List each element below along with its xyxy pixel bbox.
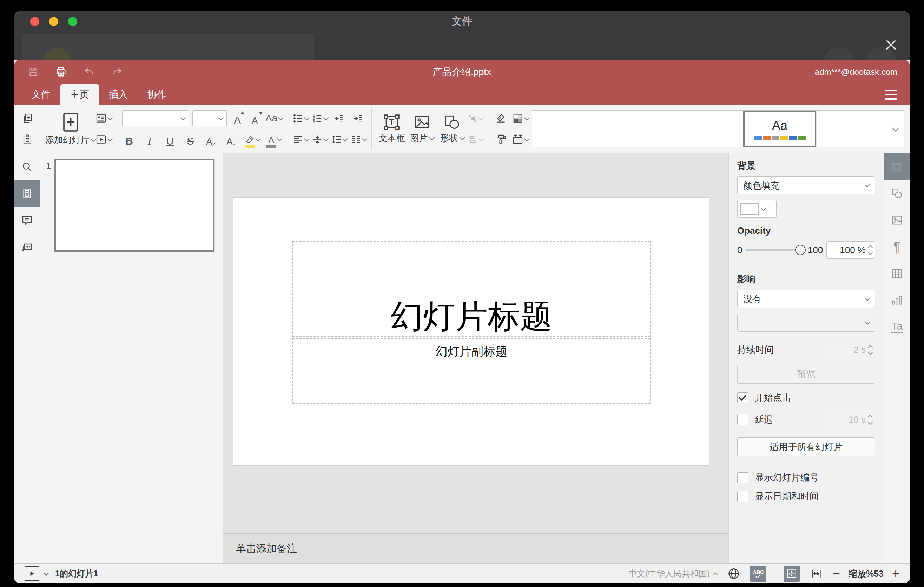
subscript-button[interactable]: A2 — [224, 130, 238, 148]
subtitle-placeholder[interactable]: 幻灯片副标题 — [292, 338, 650, 404]
tab-insert[interactable]: 插入 — [99, 84, 138, 105]
background-color-picker[interactable] — [737, 200, 777, 218]
fit-to-width-button[interactable] — [808, 566, 824, 582]
slide-canvas[interactable]: 幻灯片标题 幻灯片副标题 — [223, 153, 728, 533]
slide[interactable]: 幻灯片标题 幻灯片副标题 — [233, 198, 709, 465]
color-scheme-button[interactable] — [512, 110, 529, 127]
tab-home[interactable]: 主页 — [60, 84, 99, 105]
screen: 文件 — [0, 0, 924, 587]
copy-button[interactable] — [20, 110, 35, 127]
close-icon[interactable] — [883, 37, 899, 53]
shape-settings-icon[interactable] — [884, 180, 910, 207]
language-selector[interactable]: 中文(中华人民共和国) — [629, 568, 717, 579]
spin-down-icon[interactable] — [868, 250, 873, 255]
align-shape-button[interactable] — [467, 131, 483, 148]
notes-area[interactable]: 单击添加备注 — [223, 533, 728, 564]
decrease-font-icon[interactable]: A — [248, 109, 262, 127]
zoom-in-button[interactable]: + — [892, 567, 899, 580]
slide-size-button[interactable] — [512, 131, 529, 148]
preview-options-icon[interactable] — [43, 570, 49, 576]
underline-button[interactable]: U — [163, 130, 177, 148]
theme-cell[interactable] — [532, 110, 602, 147]
ribbon-divider — [371, 108, 372, 150]
decrease-indent-button[interactable] — [332, 110, 347, 127]
slide-thumbnail[interactable] — [54, 159, 214, 252]
delay-value: 10 s — [848, 414, 866, 425]
horizontal-align-button[interactable] — [293, 131, 309, 148]
format-painter-button[interactable] — [493, 131, 509, 148]
increase-font-icon[interactable]: A — [230, 109, 244, 127]
columns-button[interactable] — [351, 131, 366, 148]
preview-button[interactable]: 预览 — [737, 365, 875, 384]
effect-variant-select[interactable] — [737, 313, 875, 332]
delay-checkbox[interactable]: 延迟 — [737, 414, 773, 426]
comments-icon[interactable] — [14, 207, 40, 234]
delay-spinner[interactable]: 10 s — [822, 411, 875, 428]
insert-shape-button[interactable]: 形状 — [437, 109, 467, 148]
superscript-button[interactable]: A2 — [204, 130, 218, 148]
start-preview-icon[interactable] — [25, 566, 39, 581]
effect-select[interactable]: 没有 — [737, 290, 875, 308]
image-settings-icon[interactable] — [884, 207, 910, 234]
strikeout-button[interactable]: S — [183, 130, 197, 148]
italic-button[interactable]: I — [142, 130, 157, 148]
slide-settings-icon[interactable] — [884, 153, 910, 180]
chart-settings-icon[interactable] — [884, 287, 910, 313]
opacity-slider-knob[interactable] — [795, 245, 806, 255]
tools-group — [493, 109, 529, 148]
bold-button[interactable]: B — [122, 130, 136, 148]
checkbox[interactable] — [737, 414, 749, 425]
highlight-color-button[interactable] — [244, 131, 260, 148]
theme-cell[interactable] — [673, 110, 743, 147]
theme-cell[interactable] — [602, 110, 673, 147]
spin-up-icon[interactable] — [868, 245, 873, 250]
opacity-slider[interactable] — [746, 249, 804, 251]
add-slide-button[interactable]: 添加幻灯片 — [45, 109, 96, 148]
table-settings-icon[interactable] — [884, 260, 910, 287]
background-fill-select[interactable]: 颜色填充 — [737, 176, 875, 195]
font-color-button[interactable]: A — [266, 131, 282, 148]
insert-textbox-button[interactable]: 文本框 — [377, 109, 407, 148]
line-spacing-button[interactable] — [332, 131, 347, 148]
arrange-shape-button[interactable] — [467, 110, 483, 127]
document-language-icon[interactable] — [726, 566, 742, 582]
start-slideshow-button[interactable] — [96, 131, 112, 148]
menu-icon[interactable] — [885, 90, 897, 100]
show-slide-number-checkbox[interactable]: 显示幻灯片编号 — [737, 472, 875, 484]
zoom-out-button[interactable]: − — [833, 567, 840, 580]
duration-spinner[interactable]: 2 s — [822, 341, 875, 358]
paragraph-settings-icon[interactable]: ¶ — [884, 234, 910, 260]
checkbox[interactable] — [737, 491, 749, 502]
theme-gallery-expand-button[interactable] — [887, 110, 904, 147]
user-email[interactable]: adm***@dootask.com — [815, 67, 897, 77]
vertical-align-button[interactable] — [312, 131, 328, 148]
slides-panel-icon[interactable] — [14, 180, 40, 207]
theme-cell[interactable] — [816, 110, 887, 147]
opacity-spinner[interactable]: 100 % — [827, 241, 875, 259]
eraser-button[interactable] — [493, 110, 509, 127]
title-placeholder[interactable]: 幻灯片标题 — [292, 241, 650, 337]
paste-button[interactable] — [20, 131, 35, 148]
apply-to-all-slides-button[interactable]: 适用于所有幻灯片 — [737, 437, 875, 457]
font-name-combo[interactable] — [122, 110, 189, 126]
change-case-button[interactable]: Aa — [266, 110, 282, 127]
chat-icon[interactable] — [14, 234, 40, 260]
tab-file[interactable]: 文件 — [22, 84, 60, 105]
textart-settings-icon[interactable]: Ta — [884, 313, 910, 340]
fit-to-slide-button[interactable] — [784, 566, 800, 582]
checkbox[interactable] — [737, 472, 749, 483]
show-date-time-checkbox[interactable]: 显示日期和时间 — [737, 490, 875, 502]
search-icon[interactable] — [14, 153, 40, 180]
tab-collaboration[interactable]: 协作 — [138, 84, 176, 105]
increase-indent-button[interactable] — [350, 110, 366, 127]
checkbox[interactable] — [737, 392, 749, 403]
spellcheck-button[interactable]: ABC — [750, 566, 766, 582]
start-on-click-checkbox[interactable]: 开始点击 — [737, 391, 875, 404]
bullets-button[interactable] — [293, 110, 309, 127]
app-window: 文件 — [14, 11, 910, 584]
font-size-combo[interactable] — [192, 110, 227, 126]
theme-cell-selected[interactable]: Aa — [743, 110, 816, 147]
numbering-button[interactable]: 1 2 3 — [312, 110, 328, 127]
insert-image-button[interactable]: 图片 — [407, 109, 437, 148]
slide-layout-button[interactable] — [96, 110, 112, 127]
